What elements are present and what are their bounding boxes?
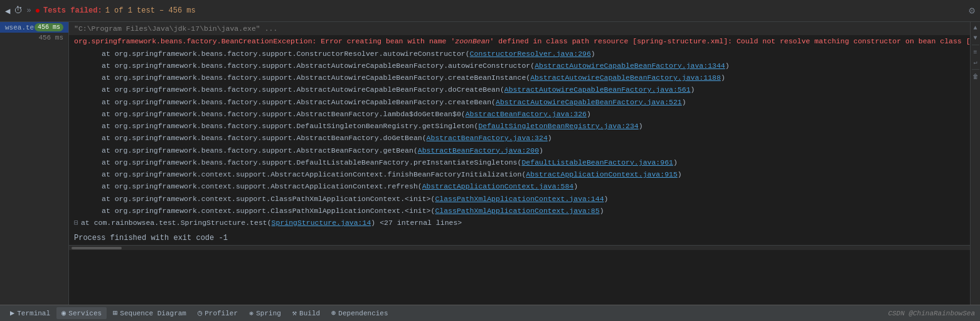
- right-scrollbar: ▲ ▼ ≡ ↵ 🗑: [970, 22, 980, 305]
- services-icon: ◉: [61, 308, 66, 318]
- scrollbar-thumb[interactable]: [72, 247, 122, 249]
- tab-build[interactable]: ⚒ Build: [287, 307, 325, 319]
- gear-icon[interactable]: ⚙: [969, 4, 975, 17]
- scroll-divider-1: [972, 45, 979, 45]
- process-finished-line: Process finished with exit code -1: [69, 229, 970, 245]
- toolbar-left: ◀ ⏱ » ● Tests failed: 1 of 1 test – 456 …: [5, 6, 969, 16]
- horizontal-scrollbar[interactable]: [69, 245, 970, 250]
- failed-detail: 1 of 1 test – 456 ms: [105, 6, 196, 15]
- profiler-icon: ◷: [198, 308, 202, 318]
- stack-line-10: at org.springframework.beans.factory.sup…: [87, 156, 970, 168]
- stack-line-1: at org.springframework.beans.factory.sup…: [87, 48, 970, 60]
- stack-line-9: at org.springframework.beans.factory.sup…: [87, 144, 970, 156]
- stack-trace-block: at org.springframework.beans.factory.sup…: [69, 48, 970, 217]
- clock-icon[interactable]: ⏱: [14, 6, 23, 16]
- spring-icon: ❋: [249, 308, 253, 318]
- terminal-label: Terminal: [17, 310, 50, 317]
- failed-icon: ●: [35, 6, 40, 16]
- command-line: "C:\Program Files\Java\jdk-17\bin\java.e…: [69, 22, 970, 35]
- stack-line-11: at org.springframework.context.support.A…: [87, 168, 970, 180]
- stack-line-7: at org.springframework.beans.factory.sup…: [87, 120, 970, 132]
- test-name: wsea.te: [5, 24, 34, 31]
- csdn-badge: CSDN @ChinaRainbowSea: [888, 310, 975, 317]
- duration-text-2: 456 ms: [38, 34, 63, 41]
- bottom-tabs: ▶ Terminal ◉ Services ⊞ Sequence Diagram…: [5, 307, 393, 319]
- sequence-icon: ⊞: [113, 308, 117, 318]
- tab-terminal[interactable]: ▶ Terminal: [5, 307, 55, 319]
- soft-wrap-icon[interactable]: ↵: [971, 58, 980, 67]
- stack-line-4: at org.springframework.beans.factory.sup…: [87, 84, 970, 95]
- stack-line-3: at org.springframework.beans.factory.sup…: [87, 72, 970, 84]
- scroll-divider-2: [972, 69, 979, 70]
- test-failed-badge: ● Tests failed: 1 of 1 test – 456 ms: [35, 6, 196, 16]
- clear-icon[interactable]: 🗑: [971, 72, 980, 81]
- stack-line-12: at org.springframework.context.support.A…: [87, 180, 970, 192]
- test-item-active[interactable]: wsea.te 456 ms: [0, 22, 68, 33]
- left-panel: wsea.te 456 ms 456 ms: [0, 22, 69, 305]
- stack-line-14: at org.springframework.context.support.C…: [87, 205, 970, 217]
- build-icon: ⚒: [292, 308, 297, 318]
- scroll-lines-icon[interactable]: ≡: [971, 48, 980, 57]
- toolbar-more[interactable]: »: [26, 6, 31, 15]
- failed-label: Tests failed:: [43, 6, 102, 15]
- top-toolbar: ◀ ⏱ » ● Tests failed: 1 of 1 test – 456 …: [0, 0, 980, 22]
- scroll-down-button[interactable]: ▼: [971, 33, 980, 42]
- tab-dependencies[interactable]: ⊛ Dependencies: [326, 307, 393, 319]
- build-label: Build: [299, 310, 320, 317]
- error-main-line: org.springframework.beans.factory.BeanCr…: [69, 35, 970, 47]
- sequence-label: Sequence Diagram: [120, 310, 186, 317]
- scroll-up-button[interactable]: ▲: [971, 23, 980, 32]
- stack-line-2: at org.springframework.beans.factory.sup…: [87, 60, 970, 72]
- tab-profiler[interactable]: ◷ Profiler: [193, 307, 243, 319]
- stack-line-5: at org.springframework.beans.factory.sup…: [87, 96, 970, 108]
- services-label: Services: [68, 310, 102, 317]
- duration-badge-1: 456 ms: [35, 23, 63, 31]
- stack-line-8: at org.springframework.beans.factory.sup…: [87, 132, 970, 144]
- test-duration-row: 456 ms: [0, 33, 68, 43]
- profiler-label: Profiler: [205, 310, 238, 317]
- stack-line-6: at org.springframework.beans.factory.sup…: [87, 108, 970, 120]
- tab-services[interactable]: ◉ Services: [56, 307, 107, 319]
- stack-line-13: at org.springframework.context.support.C…: [87, 193, 970, 205]
- bottom-bar: ▶ Terminal ◉ Services ⊞ Sequence Diagram…: [0, 305, 980, 321]
- tab-sequence-diagram[interactable]: ⊞ Sequence Diagram: [108, 307, 191, 319]
- dependencies-label: Dependencies: [338, 310, 388, 317]
- back-icon[interactable]: ◀: [5, 6, 10, 16]
- last-stack-line: ⊟ at com.rainbowsea.test.SpringStructure…: [69, 217, 970, 229]
- toolbar-right: ⚙: [969, 4, 975, 17]
- expand-icon[interactable]: ⊟: [74, 217, 78, 228]
- main-content: wsea.te 456 ms 456 ms "C:\Program Files\…: [0, 22, 980, 305]
- tab-spring[interactable]: ❋ Spring: [244, 307, 286, 319]
- console-panel[interactable]: "C:\Program Files\Java\jdk-17\bin\java.e…: [69, 22, 970, 305]
- spring-label: Spring: [256, 310, 281, 317]
- terminal-icon: ▶: [10, 308, 14, 318]
- dependencies-icon: ⊛: [331, 308, 336, 318]
